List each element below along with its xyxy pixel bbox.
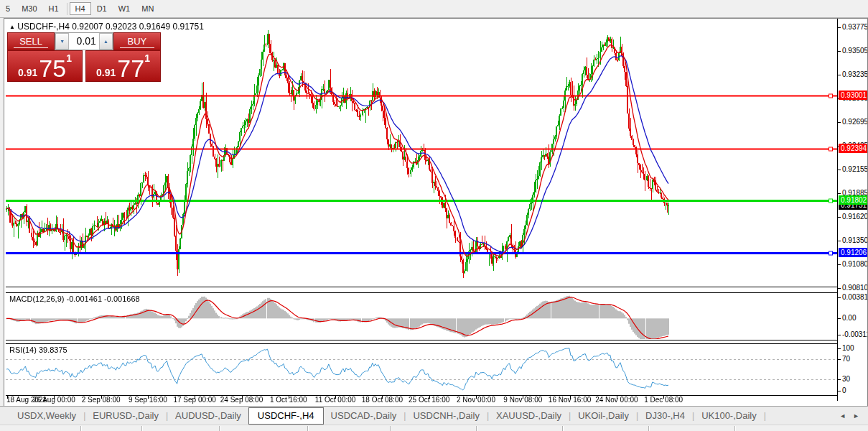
price-tick-mark (838, 27, 841, 28)
time-axis-label: 2 Sep 08:00 (82, 396, 121, 404)
lot-size-stepper: ▼ 0.01 ▲ (55, 32, 113, 50)
rsi-tick-mark (838, 391, 841, 391)
chart-tab-ukoil-[interactable]: UKOil-,Daily (571, 408, 636, 423)
ohlc-open: 0.92007 (72, 22, 103, 32)
macd-tick-mark (838, 297, 841, 298)
buy-button-label: BUY (128, 36, 147, 47)
tab-scroll-right-icon[interactable]: ► (853, 412, 859, 420)
price-tick-label: 0.91620 (842, 213, 868, 221)
sell-underline (14, 47, 49, 48)
time-axis-label: 24 Sep 08:00 (220, 396, 263, 404)
lot-size-value[interactable]: 0.01 (69, 33, 99, 50)
chart-tab-usdcnh-[interactable]: USDCNH-,Daily (406, 408, 486, 423)
rsi-scale-label: 100 (842, 344, 854, 353)
timeframe-button-h4[interactable]: H4 (70, 2, 91, 15)
ohlc-close: 0.91751 (172, 22, 203, 32)
macd-scale-label: 0.003811 (842, 293, 868, 302)
price-tick-mark (838, 75, 841, 75)
price-axis[interactable]: 0.937750.935050.932350.929650.926950.924… (837, 19, 867, 401)
price-tick-mark (838, 170, 841, 170)
macd-indicator-label: MACD(12,26,9) -0.001461 -0.001668 (9, 295, 140, 303)
chart-tab-usdchf-[interactable]: USDCHF-,H4 (248, 407, 324, 425)
price-tick-label: 0.93235 (842, 70, 868, 79)
time-axis-label: 24 Nov 00:00 (595, 396, 638, 404)
timeframe-button-w1[interactable]: W1 (113, 2, 136, 15)
tab-scroll-left-icon[interactable]: ◄ (839, 412, 846, 420)
status-divider (80, 426, 82, 431)
rsi-tick-mark (838, 379, 841, 380)
timeframe-button-mn[interactable]: MN (136, 2, 159, 15)
hline-price-label: 0.91802 (839, 195, 867, 205)
status-divider (734, 426, 736, 431)
status-bar (0, 425, 868, 431)
time-axis-label: 9 Sep 16:00 (129, 396, 167, 404)
price-tick-label: 0.93775 (842, 23, 868, 32)
buy-price-big: 77 (117, 57, 144, 79)
status-divider (219, 426, 220, 431)
price-tick-label: 0.92695 (842, 118, 868, 126)
macd-tick-mark (838, 335, 841, 335)
timeframe-button-5[interactable]: 5 (0, 2, 16, 15)
chart-symbol-title: USDCHF-,H4 (17, 22, 70, 32)
price-tick-label: 0.93505 (842, 47, 868, 55)
hline-price-label: 0.91206 (839, 248, 867, 257)
time-axis-label: 17 Sep 00:00 (173, 396, 216, 404)
chart-tab-audusd-[interactable]: AUDUSD-,Daily (168, 408, 248, 423)
timeframe-button-d1[interactable]: D1 (91, 2, 113, 15)
chart-tab-dj30-[interactable]: DJ30-,H4 (638, 408, 692, 423)
chart-tab-usdx[interactable]: USDX,Weekly (10, 408, 83, 423)
lot-decrease-button[interactable]: ▼ (55, 33, 69, 50)
status-divider (141, 426, 143, 431)
chart-tab-xauusd-[interactable]: XAUUSD-,Daily (489, 408, 569, 423)
time-axis-label: 26 Aug 00:00 (33, 396, 75, 404)
sell-price-box[interactable]: 0.91 75 1 (7, 50, 83, 82)
ohlc-low: 0.91649 (139, 22, 170, 32)
price-tick-label: 0.90810 (842, 284, 868, 292)
sell-button[interactable]: SELL (7, 32, 55, 50)
price-tick-mark (838, 122, 841, 123)
price-tick-mark (838, 288, 841, 289)
rsi-scale-label: 30 (842, 375, 850, 384)
macd-scale-label: 0.00 (842, 314, 856, 323)
chart-window: ▲ USDCHF-,H4 0.92007 0.92023 0.91649 0.9… (4, 18, 868, 407)
sell-price-big: 75 (39, 57, 66, 79)
status-divider (476, 426, 477, 431)
time-axis-label: 18 Oct 08:00 (362, 396, 403, 404)
sell-price-sup: 1 (66, 52, 72, 64)
time-axis-label: 25 Oct 16:00 (409, 396, 449, 404)
rsi-tick-mark (838, 348, 841, 349)
toolbar-divider (67, 3, 67, 15)
collapse-panel-icon[interactable]: ▲ (9, 24, 15, 30)
price-tick-label: 0.91080 (842, 260, 868, 269)
price-tick-mark (838, 51, 841, 52)
buy-price-sup: 1 (144, 52, 150, 64)
chart-tab-bar: USDX,Weekly|EURUSD-,Daily|AUDUSD-,DailyU… (0, 406, 868, 425)
timeframe-toolbar: 5M30H1H4D1W1MN (0, 0, 868, 18)
time-axis-label: 11 Oct 00:00 (315, 396, 356, 404)
status-divider (390, 426, 391, 431)
price-tick-label: 0.92155 (842, 165, 868, 174)
time-axis-label: 1 Dec 08:00 (644, 396, 683, 404)
price-tick-mark (838, 217, 841, 218)
hline-price-label: 0.92394 (839, 144, 867, 153)
timeframe-button-h1[interactable]: H1 (43, 2, 65, 15)
tab-separator: | (764, 411, 766, 421)
status-divider (562, 426, 564, 431)
rsi-indicator-label: RSI(14) 39.8375 (9, 346, 67, 354)
timeframe-button-m30[interactable]: M30 (16, 2, 42, 15)
buy-underline (120, 47, 155, 48)
price-tick-mark (838, 193, 841, 194)
buy-price-box[interactable]: 0.91 77 1 (85, 50, 161, 82)
chart-tab-usdcad-[interactable]: USDCAD-,Daily (324, 408, 404, 423)
lot-increase-button[interactable]: ▲ (99, 33, 113, 50)
status-divider (648, 426, 650, 431)
price-tick-mark (838, 264, 841, 265)
time-axis-label: 16 Nov 16:00 (549, 396, 592, 404)
buy-button[interactable]: BUY (113, 32, 161, 50)
chart-tab-eurusd-[interactable]: EURUSD-,Daily (85, 408, 166, 423)
rsi-scale-label: 70 (842, 355, 850, 363)
sell-button-label: SELL (19, 36, 42, 47)
one-click-trading-panel: SELL ▼ 0.01 ▲ BUY 0.91 75 1 0.91 77 (7, 32, 161, 82)
chart-tab-uk100-[interactable]: UK100-,Daily (694, 408, 764, 423)
ohlc-high: 0.92023 (106, 22, 136, 32)
